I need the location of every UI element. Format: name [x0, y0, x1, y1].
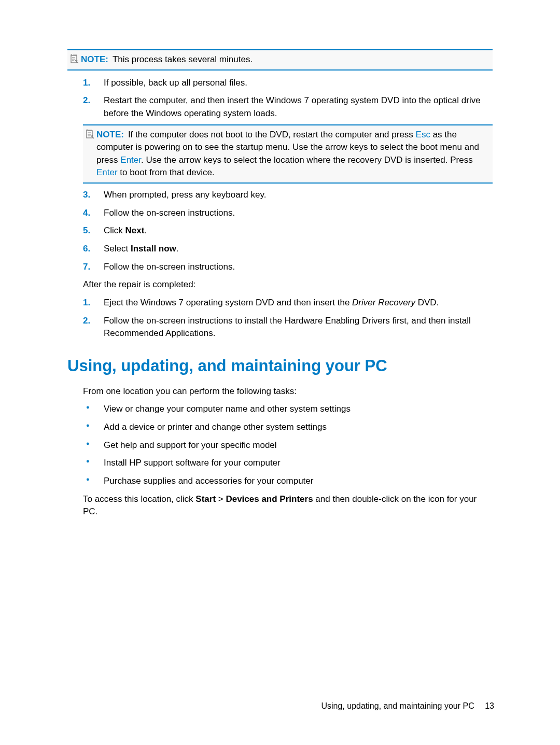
list-text: Add a device or printer and change other… [104, 422, 327, 432]
key-enter: Enter [120, 155, 141, 165]
note-label: NOTE: [81, 54, 108, 64]
list-text: Restart the computer, and then insert th… [104, 95, 481, 118]
ordered-list-2: 1.Eject the Windows 7 operating system D… [67, 297, 493, 340]
list-marker: 7. [83, 261, 90, 274]
list-text: Install HP support software for your com… [104, 458, 281, 468]
list-item: Install HP support software for your com… [83, 457, 493, 470]
page-number: 13 [485, 701, 494, 710]
list-item: 7.Follow the on-screen instructions. [83, 261, 493, 274]
list-text: . [144, 226, 147, 235]
list-item: Add a device or printer and change other… [83, 421, 493, 434]
note-box-1: NOTE:This process takes several minutes. [67, 49, 493, 71]
list-item: 3.When prompted, press any keyboard key. [83, 189, 493, 202]
heading-1: Using, updating, and maintaining your PC [67, 355, 493, 378]
list-item: 1.If possible, back up all personal file… [83, 77, 493, 90]
list-marker: 2. [83, 315, 90, 328]
text: To access this location, click [83, 494, 195, 504]
list-text: DVD. [415, 298, 439, 307]
bullet-list: View or change your computer name and ot… [67, 403, 493, 487]
list-item: 1.Eject the Windows 7 operating system D… [83, 297, 493, 310]
list-item: 2.Restart the computer, and then insert … [83, 94, 493, 184]
list-item: Get help and support for your specific m… [83, 439, 493, 452]
list-text-bold: Next [125, 226, 145, 235]
list-text: Select [104, 244, 131, 254]
note-content: NOTE:If the computer does not boot to th… [96, 129, 493, 180]
note-text: to boot from that device. [118, 167, 215, 177]
note-box-2: NOTE:If the computer does not boot to th… [83, 124, 493, 184]
list-item: 5.Click Next. [83, 224, 493, 237]
list-text: Eject the Windows 7 operating system DVD… [104, 298, 352, 307]
text: > [216, 494, 226, 504]
list-item: 4.Follow the on-screen instructions. [83, 207, 493, 220]
note-icon [83, 129, 96, 139]
list-text: When prompted, press any keyboard key. [104, 190, 266, 200]
list-text-italic: Driver Recovery [352, 298, 415, 307]
text-bold: Devices and Printers [226, 494, 313, 504]
note-text: . Use the arrow keys to select the locat… [141, 155, 473, 165]
note-text: If the computer does not boot to the DVD… [128, 130, 416, 139]
paragraph: From one location you can perform the fo… [83, 385, 493, 398]
paragraph: After the repair is completed: [83, 278, 493, 291]
list-text: Get help and support for your specific m… [104, 440, 277, 450]
list-item: 6.Select Install now. [83, 243, 493, 256]
note-text: This process takes several minutes. [113, 54, 253, 64]
list-marker: 4. [83, 207, 90, 220]
list-text-bold: Install now [131, 244, 176, 254]
list-text: Click [104, 226, 125, 235]
list-text: Follow the on-screen instructions. [104, 262, 235, 272]
ordered-list-1: 1.If possible, back up all personal file… [67, 77, 493, 274]
text-bold: Start [195, 494, 216, 504]
page-content: NOTE:This process takes several minutes.… [0, 0, 560, 550]
list-marker: 1. [83, 297, 90, 310]
list-text: Follow the on-screen instructions to ins… [104, 316, 471, 339]
footer-text: Using, updating, and maintaining your PC [321, 701, 474, 710]
paragraph: To access this location, click Start > D… [83, 493, 493, 518]
list-text: If possible, back up all personal files. [104, 78, 247, 88]
list-item: 2.Follow the on-screen instructions to i… [83, 315, 493, 340]
list-marker: 3. [83, 189, 90, 202]
list-text: View or change your computer name and ot… [104, 404, 351, 414]
list-text: . [176, 244, 179, 254]
list-marker: 1. [83, 77, 90, 90]
list-marker: 2. [83, 94, 90, 107]
page-footer: Using, updating, and maintaining your PC… [321, 700, 494, 712]
list-text: Follow the on-screen instructions. [104, 208, 235, 218]
list-item: View or change your computer name and ot… [83, 403, 493, 416]
list-marker: 6. [83, 243, 90, 256]
list-item: Purchase supplies and accessories for yo… [83, 475, 493, 488]
note-icon [67, 53, 81, 64]
key-esc: Esc [416, 130, 430, 139]
note-label: NOTE: [96, 130, 124, 139]
key-enter: Enter [96, 167, 118, 177]
note-content: NOTE:This process takes several minutes. [81, 53, 493, 66]
list-marker: 5. [83, 224, 90, 237]
list-text: Purchase supplies and accessories for yo… [104, 476, 313, 486]
